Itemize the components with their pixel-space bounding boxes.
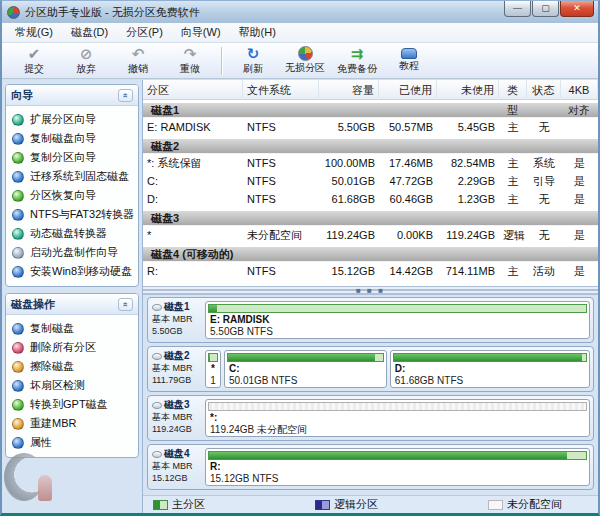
disk-ops-collapse-button[interactable]: » xyxy=(118,298,133,311)
partition-strip: *1C:50.01GB NTFSD:61.68GB NTFS xyxy=(205,347,593,391)
toolbar-button-撤销[interactable]: 撤销 xyxy=(112,44,164,77)
cell: 119.24GB xyxy=(437,226,499,244)
partition-size-label: 1 xyxy=(206,375,220,387)
toolbar-button-label: 无损分区 xyxy=(285,61,325,75)
column-header-0[interactable]: 分区 xyxy=(143,80,243,100)
cell: 61.68GB xyxy=(319,190,379,208)
disk-panel-info: 磁盘1基本 MBR5.50GB xyxy=(148,298,205,342)
orb-blue-icon xyxy=(12,437,24,449)
menu-item-2[interactable]: 分区(P) xyxy=(117,23,172,42)
menu-item-0[interactable]: 常规(G) xyxy=(6,23,62,42)
disk-ops-item-0[interactable]: 复制磁盘 xyxy=(12,319,136,338)
disk-ops-item-5[interactable]: 重建MBR xyxy=(12,414,136,433)
orb-red-icon xyxy=(12,342,24,354)
toolbar-button-教程[interactable]: 教程 xyxy=(383,44,435,77)
partition-label: R: xyxy=(206,461,589,473)
toolbar-button-无损分区[interactable]: 无损分区 xyxy=(279,44,331,77)
wizard-panel-title: 向导 xyxy=(11,88,33,103)
wizard-item-4[interactable]: 分区恢复向导 xyxy=(12,186,136,205)
disk-panel-3: 磁盘3基本 MBR119.24GB*:119.24GB 未分配空间 xyxy=(147,395,594,441)
wizard-item-2[interactable]: 复制分区向导 xyxy=(12,148,136,167)
close-button[interactable]: ✕ xyxy=(560,1,594,17)
column-header-3[interactable]: 已使用 xyxy=(379,80,437,100)
disk-bus-label: 基本 MBR xyxy=(152,313,205,325)
disk-ops-panel-title: 磁盘操作 xyxy=(11,297,55,312)
cell: 2.29GB xyxy=(437,172,499,190)
disk-panel-1: 磁盘1基本 MBR5.50GBE: RAMDISK5.50GB NTFS xyxy=(147,297,594,343)
table-body: 磁盘1E: RAMDISKNTFS5.50GB50.57MB5.45GB主无磁盘… xyxy=(143,103,598,280)
partition-strip: R:15.12GB NTFS xyxy=(205,445,593,489)
wizard-item-7[interactable]: 启动光盘制作向导 xyxy=(12,243,136,262)
table-row[interactable]: D:NTFS61.68GB60.46GB1.23GB主无是 xyxy=(143,190,598,208)
disk-ops-item-4[interactable]: 转换到GPT磁盘 xyxy=(12,395,136,414)
partition-block[interactable]: D:61.68GB NTFS xyxy=(390,350,590,388)
table-row[interactable]: R:NTFS15.12GB14.42GB714.11MB主活动是 xyxy=(143,262,598,280)
menu-item-3[interactable]: 向导(W) xyxy=(172,23,230,42)
disk-ops-panel: 磁盘操作 » 复制磁盘删除所有分区擦除磁盘坏扇区检测转换到GPT磁盘重建MBR属… xyxy=(5,293,139,458)
usage-bar xyxy=(208,353,218,362)
wizard-item-5[interactable]: NTFS与FAT32转换器 xyxy=(12,205,136,224)
disk-ops-panel-header[interactable]: 磁盘操作 » xyxy=(6,294,138,315)
toolbar-button-label: 放弃 xyxy=(76,62,96,76)
cell: NTFS xyxy=(243,190,319,208)
minimize-button[interactable]: — xyxy=(504,1,531,17)
cell: 是 xyxy=(561,262,598,280)
column-header-1[interactable]: 文件系统 xyxy=(243,80,319,100)
wizard-item-label: 安装Win8到移动硬盘 xyxy=(30,264,132,279)
disk-group-header-1: 磁盘2 xyxy=(143,139,598,154)
column-header-4[interactable]: 未使用 xyxy=(437,80,499,100)
wizard-item-0[interactable]: 扩展分区向导 xyxy=(12,110,136,129)
redo-icon xyxy=(184,46,197,62)
toolbar-button-刷新[interactable]: 刷新 xyxy=(227,44,279,77)
usage-bar xyxy=(208,451,587,460)
disk-ops-item-6[interactable]: 属性 xyxy=(12,433,136,452)
disk-ops-item-1[interactable]: 删除所有分区 xyxy=(12,338,136,357)
partition-block[interactable]: C:50.01GB NTFS xyxy=(224,350,387,388)
toolbar-button-放弃[interactable]: 放弃 xyxy=(60,44,112,77)
wizard-item-8[interactable]: 安装Win8到移动硬盘 xyxy=(12,262,136,281)
check-icon xyxy=(28,46,41,62)
disk-panel-info: 磁盘2基本 MBR111.79GB xyxy=(148,347,205,391)
disk-size-label: 15.12GB xyxy=(152,472,205,484)
disk-size-label: 119.24GB xyxy=(152,423,205,435)
wizard-item-label: 迁移系统到固态磁盘 xyxy=(30,169,129,184)
table-row[interactable]: C:NTFS50.01GB47.72GB2.29GB主引导是 xyxy=(143,172,598,190)
column-header-6[interactable]: 状态 xyxy=(527,80,561,100)
partition-block[interactable]: R:15.12GB NTFS xyxy=(205,448,590,486)
cell: 无 xyxy=(527,226,561,244)
wizard-item-3[interactable]: 迁移系统到固态磁盘 xyxy=(12,167,136,186)
toolbar-button-重做[interactable]: 重做 xyxy=(164,44,216,77)
cell: NTFS xyxy=(243,172,319,190)
table-header-row[interactable]: 分区文件系统容量已使用未使用类型状态4KB对齐 xyxy=(143,80,598,100)
usage-bar xyxy=(227,353,384,362)
partition-block[interactable]: *:119.24GB 未分配空间 xyxy=(205,399,590,437)
partition-block[interactable]: *1 xyxy=(205,350,221,388)
cell: 未分配空间 xyxy=(243,226,319,244)
wizard-item-6[interactable]: 动态磁盘转换器 xyxy=(12,224,136,243)
wizard-item-1[interactable]: 复制磁盘向导 xyxy=(12,129,136,148)
partition-block[interactable]: E: RAMDISK5.50GB NTFS xyxy=(205,301,590,339)
column-header-5[interactable]: 类型 xyxy=(499,80,527,100)
menu-item-4[interactable]: 帮助(H) xyxy=(230,23,285,42)
wizard-item-label: 复制分区向导 xyxy=(30,150,96,165)
column-header-2[interactable]: 容量 xyxy=(319,80,379,100)
table-row[interactable]: *: 系统保留NTFS100.00MB17.46MB82.54MB主系统是 xyxy=(143,154,598,172)
toolbar-button-label: 刷新 xyxy=(243,62,263,76)
toolbar-button-免费备份[interactable]: 免费备份 xyxy=(331,44,383,77)
cell: 是 xyxy=(561,190,598,208)
menu-item-1[interactable]: 磁盘(D) xyxy=(62,23,117,42)
table-row[interactable]: *未分配空间119.24GB0.00KB119.24GB逻辑无是 xyxy=(143,226,598,244)
table-row[interactable]: E: RAMDISKNTFS5.50GB50.57MB5.45GB主无 xyxy=(143,118,598,136)
column-header-7[interactable]: 4KB对齐 xyxy=(561,80,598,100)
disk-ops-item-label: 重建MBR xyxy=(30,416,76,431)
window-title: 分区助手专业版 - 无损分区免费软件 xyxy=(25,5,200,20)
title-bar[interactable]: 分区助手专业版 - 无损分区免费软件 — ▢ ✕ xyxy=(2,1,598,23)
wizard-panel-header[interactable]: 向导 » xyxy=(6,85,138,106)
wizard-collapse-button[interactable]: » xyxy=(118,89,133,102)
disk-ops-item-2[interactable]: 擦除磁盘 xyxy=(12,357,136,376)
toolbar-button-提交[interactable]: 提交 xyxy=(8,44,60,77)
maximize-button[interactable]: ▢ xyxy=(532,1,559,17)
disk-ops-item-3[interactable]: 坏扇区检测 xyxy=(12,376,136,395)
toolbar: 提交放弃撤销重做刷新无损分区免费备份教程 xyxy=(2,43,598,79)
splitter-handle[interactable]: ■ ■ ■ xyxy=(143,287,598,295)
